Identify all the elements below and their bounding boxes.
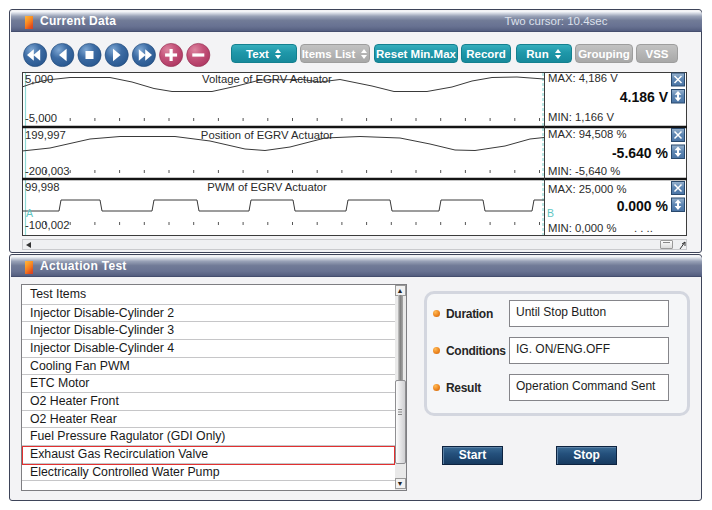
- svg-text:99,998: 99,998: [25, 181, 60, 193]
- svg-text:-5.640 %: -5.640 %: [612, 145, 669, 161]
- svg-text:-100,002: -100,002: [25, 219, 70, 231]
- svg-text:199,997: 199,997: [25, 129, 66, 141]
- svg-text:0.000 %: 0.000 %: [617, 198, 669, 214]
- svg-text:MAX: 94,508 %: MAX: 94,508 %: [548, 128, 627, 140]
- svg-text:4.186 V: 4.186 V: [620, 89, 669, 105]
- svg-text:MAX: 25,000 %: MAX: 25,000 %: [548, 183, 627, 195]
- svg-text:B: B: [547, 207, 554, 219]
- svg-text:-200,003: -200,003: [25, 165, 70, 177]
- svg-text:MAX: 4,186 V: MAX: 4,186 V: [548, 72, 618, 84]
- svg-text:-5,000: -5,000: [25, 112, 57, 124]
- svg-text:. . ..: . . ..: [634, 222, 653, 234]
- svg-text:A: A: [26, 207, 33, 219]
- svg-text:5,000: 5,000: [25, 73, 53, 85]
- svg-text:MIN: 0,000 %: MIN: 0,000 %: [548, 222, 616, 234]
- svg-text:MIN: -5,640 %: MIN: -5,640 %: [548, 165, 620, 177]
- svg-text:Position of EGRV Actuator: Position of EGRV Actuator: [201, 129, 334, 141]
- svg-text:PWM of EGRV Actuator: PWM of EGRV Actuator: [207, 181, 327, 193]
- svg-text:Voltage of EGRV Actuator: Voltage of EGRV Actuator: [202, 73, 332, 85]
- svg-text:MIN: 1,166 V: MIN: 1,166 V: [548, 111, 614, 123]
